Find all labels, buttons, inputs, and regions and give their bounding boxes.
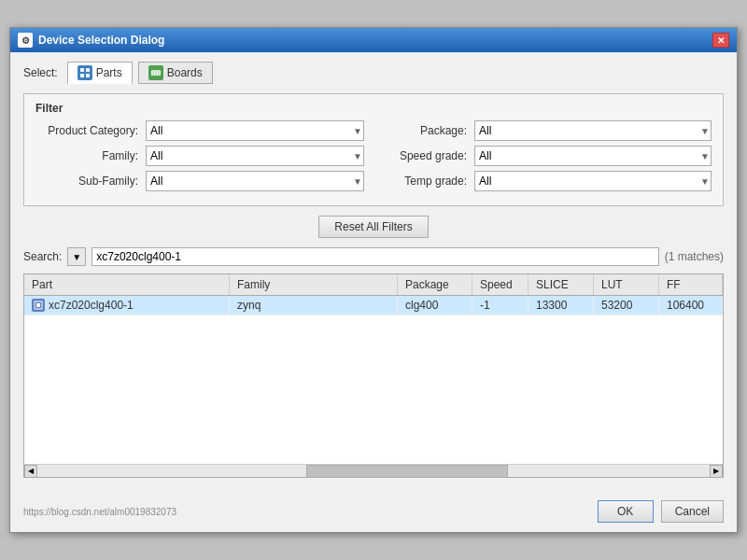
tab-parts-label: Parts (96, 66, 122, 79)
package-label: Package: (383, 124, 467, 137)
package-select[interactable]: All (474, 120, 712, 141)
table-body: xc7z020clg400-1 zynq clg400 -1 13300 532… (24, 296, 723, 464)
package-row: Package: All ▼ (383, 120, 712, 141)
dialog-icon: ⚙ (18, 33, 33, 48)
horizontal-scrollbar[interactable]: ◀ ▶ (24, 464, 723, 477)
scrollbar-track[interactable] (37, 465, 710, 478)
filter-columns: Product Category: All ▼ Family: All (35, 120, 712, 196)
title-bar: ⚙ Device Selection Dialog ✕ (10, 28, 737, 52)
svg-rect-3 (86, 74, 90, 77)
dialog-body: Select: Parts Boards Filter (10, 52, 737, 495)
results-table: Part Family Package Speed SLICE LUT FF x… (23, 273, 724, 478)
speed-grade-row: Speed grade: All ▼ (383, 146, 712, 166)
filter-col-right: Package: All ▼ Speed grade: All (383, 120, 712, 196)
ok-button[interactable]: OK (598, 500, 654, 523)
temp-grade-row: Temp grade: All ▼ (383, 171, 712, 191)
col-lut: LUT (594, 274, 659, 295)
subfamily-label: Sub-Family: (35, 175, 138, 188)
speed-grade-wrapper: All ▼ (474, 146, 712, 166)
cancel-button[interactable]: Cancel (661, 500, 724, 523)
cell-package: clg400 (398, 296, 472, 315)
match-count: (1 matches) (665, 250, 724, 263)
title-bar-left: ⚙ Device Selection Dialog (18, 33, 164, 48)
temp-grade-select[interactable]: All (474, 171, 712, 191)
cell-slice: 13300 (529, 296, 594, 315)
parts-icon (78, 65, 92, 80)
col-package: Package (398, 274, 472, 295)
table-header: Part Family Package Speed SLICE LUT FF (24, 274, 723, 296)
product-category-wrapper: All ▼ (146, 120, 364, 141)
tab-boards-label: Boards (167, 66, 203, 79)
part-name: xc7z020clg400-1 (49, 299, 134, 312)
boards-icon (148, 65, 163, 80)
svg-rect-9 (36, 303, 40, 307)
filter-group: Filter Product Category: All ▼ F (23, 93, 724, 206)
scroll-right-button[interactable]: ▶ (710, 465, 723, 478)
dialog-footer: https://blog.csdn.net/alm0019832073 OK C… (10, 495, 737, 532)
svg-rect-0 (80, 68, 84, 72)
family-wrapper: All ▼ (146, 146, 364, 166)
product-category-row: Product Category: All ▼ (35, 120, 364, 141)
col-ff: FF (659, 274, 723, 295)
cell-ff: 106400 (659, 296, 723, 315)
search-row: Search: ▼ (1 matches) (23, 247, 724, 266)
subfamily-select[interactable]: All (146, 171, 364, 191)
cell-part: xc7z020clg400-1 (24, 296, 230, 315)
temp-grade-wrapper: All ▼ (474, 171, 712, 191)
col-family: Family (230, 274, 398, 295)
search-dropdown-button[interactable]: ▼ (67, 247, 86, 266)
tab-boards[interactable]: Boards (138, 62, 213, 84)
svg-rect-1 (86, 68, 90, 72)
cell-speed: -1 (472, 296, 529, 315)
filter-col-left: Product Category: All ▼ Family: All (35, 120, 364, 196)
close-button[interactable]: ✕ (712, 33, 729, 48)
package-wrapper: All ▼ (474, 120, 712, 141)
col-speed: Speed (472, 274, 529, 295)
reset-all-filters-button[interactable]: Reset All Filters (318, 216, 428, 238)
col-part: Part (24, 274, 230, 295)
device-selection-dialog: ⚙ Device Selection Dialog ✕ Select: Part… (9, 27, 738, 533)
col-slice: SLICE (529, 274, 594, 295)
cell-family: zynq (230, 296, 398, 315)
family-select[interactable]: All (146, 146, 364, 166)
subfamily-wrapper: All ▼ (146, 171, 364, 191)
scroll-left-button[interactable]: ◀ (24, 465, 37, 478)
tab-parts[interactable]: Parts (67, 62, 133, 84)
search-label: Search: (23, 250, 62, 263)
speed-grade-label: Speed grade: (383, 149, 467, 162)
temp-grade-label: Temp grade: (383, 175, 467, 188)
product-category-select[interactable]: All (146, 120, 364, 141)
subfamily-row: Sub-Family: All ▼ (35, 171, 364, 191)
speed-grade-select[interactable]: All (474, 146, 712, 166)
family-row: Family: All ▼ (35, 146, 364, 166)
cell-lut: 53200 (594, 296, 659, 315)
table-row[interactable]: xc7z020clg400-1 zynq clg400 -1 13300 532… (24, 296, 723, 315)
reset-row: Reset All Filters (23, 216, 724, 238)
footer-url: https://blog.csdn.net/alm0019832073 (23, 507, 590, 517)
dialog-title: Device Selection Dialog (38, 34, 164, 47)
select-row: Select: Parts Boards (23, 62, 724, 84)
filter-legend: Filter (35, 102, 712, 115)
family-label: Family: (35, 149, 138, 162)
scrollbar-thumb[interactable] (306, 465, 508, 478)
product-category-label: Product Category: (35, 124, 138, 137)
select-label: Select: (23, 66, 58, 79)
search-input[interactable] (92, 247, 658, 266)
chip-icon (32, 299, 45, 312)
svg-rect-2 (80, 74, 84, 77)
